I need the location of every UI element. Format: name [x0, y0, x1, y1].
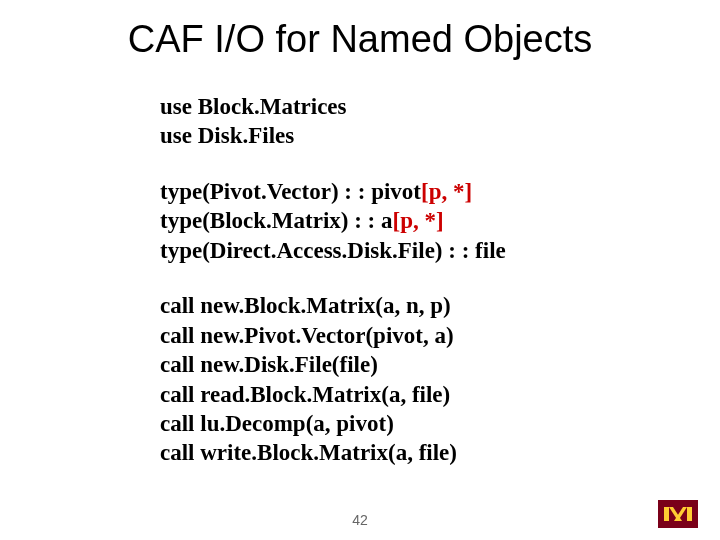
slide-number: 42	[0, 512, 720, 528]
code-line: call write.Block.Matrix(a, file)	[160, 438, 650, 467]
coarray-dim: [p, *]	[421, 179, 472, 204]
code-line: call new.Disk.File(file)	[160, 350, 650, 379]
slide: CAF I/O for Named Objects use Block.Matr…	[0, 0, 720, 540]
coarray-dim: [p, *]	[393, 208, 444, 233]
svg-rect-1	[664, 507, 669, 521]
code-body: use Block.Matrices use Disk.Files type(P…	[160, 92, 650, 468]
code-line: use Block.Matrices	[160, 92, 650, 121]
umn-logo-icon	[658, 500, 698, 528]
code-line: call new.Pivot.Vector(pivot, a)	[160, 321, 650, 350]
slide-title: CAF I/O for Named Objects	[0, 18, 720, 61]
code-line: type(Direct.Access.Disk.File) : : file	[160, 236, 650, 265]
code-line: call lu.Decomp(a, pivot)	[160, 409, 650, 438]
code-text: type(Block.Matrix) : : a	[160, 208, 393, 233]
type-block: type(Pivot.Vector) : : pivot[p, *] type(…	[160, 177, 650, 265]
code-line: type(Block.Matrix) : : a[p, *]	[160, 206, 650, 235]
svg-rect-2	[687, 507, 692, 521]
code-text: type(Pivot.Vector) : : pivot	[160, 179, 421, 204]
code-line: call new.Block.Matrix(a, n, p)	[160, 291, 650, 320]
use-block: use Block.Matrices use Disk.Files	[160, 92, 650, 151]
code-line: use Disk.Files	[160, 121, 650, 150]
code-line: type(Pivot.Vector) : : pivot[p, *]	[160, 177, 650, 206]
call-block: call new.Block.Matrix(a, n, p) call new.…	[160, 291, 650, 468]
code-line: call read.Block.Matrix(a, file)	[160, 380, 650, 409]
